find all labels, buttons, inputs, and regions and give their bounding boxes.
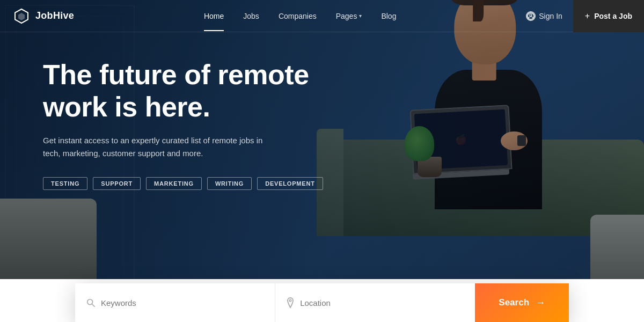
keywords-field <box>75 283 275 322</box>
hero-title: The future of remote work is here. <box>43 59 354 123</box>
couch-right <box>590 215 644 279</box>
search-button[interactable]: Search → <box>475 283 569 322</box>
search-bar: Search → <box>75 283 569 322</box>
user-circle-icon <box>526 11 536 21</box>
navbar: JobHive Home Jobs Companies Pages ▾ Blog <box>0 0 644 32</box>
logo-icon <box>13 8 30 25</box>
hero-subtitle: Get instant access to an expertly curate… <box>43 134 268 160</box>
svg-line-7 <box>92 304 95 307</box>
category-tags: TESTING SUPPORT MARKETING WRITING DEVELO… <box>43 177 354 190</box>
hero-content: The future of remote work is here. Get i… <box>43 59 354 190</box>
tag-writing[interactable]: WRITING <box>207 177 252 190</box>
location-field <box>275 283 475 322</box>
logo-area: JobHive <box>13 8 74 25</box>
brand-name: JobHive <box>35 10 74 21</box>
nav-blog[interactable]: Blog <box>381 12 396 20</box>
sign-in-button[interactable]: Sign In <box>526 11 562 21</box>
location-icon <box>286 297 295 308</box>
nav-companies[interactable]: Companies <box>279 12 317 20</box>
tag-marketing[interactable]: MARKETING <box>146 177 202 190</box>
tag-testing[interactable]: TESTING <box>43 177 87 190</box>
svg-point-5 <box>530 14 532 16</box>
arrow-right-icon: → <box>536 297 545 309</box>
post-job-button[interactable]: + Post a Job <box>573 0 644 32</box>
hero-section: 🍎 JobHive Home Jobs Companies Pages <box>0 0 644 322</box>
svg-point-6 <box>87 299 93 305</box>
tag-support[interactable]: SUPPORT <box>93 177 141 190</box>
pages-chevron-icon: ▾ <box>359 13 362 19</box>
nav-home[interactable]: Home <box>204 12 224 20</box>
keywords-input[interactable] <box>101 298 264 308</box>
nav-pages[interactable]: Pages ▾ <box>336 12 362 20</box>
tag-development[interactable]: DEVELOPMENT <box>257 177 323 190</box>
plus-icon: + <box>585 11 590 21</box>
search-icon <box>86 298 96 308</box>
svg-point-8 <box>289 299 291 302</box>
nav-links: Home Jobs Companies Pages ▾ Blog <box>204 12 397 20</box>
location-input[interactable] <box>300 298 464 308</box>
navbar-actions: Sign In + Post a Job <box>526 0 628 32</box>
nav-jobs[interactable]: Jobs <box>243 12 259 20</box>
couch-left <box>0 199 97 279</box>
